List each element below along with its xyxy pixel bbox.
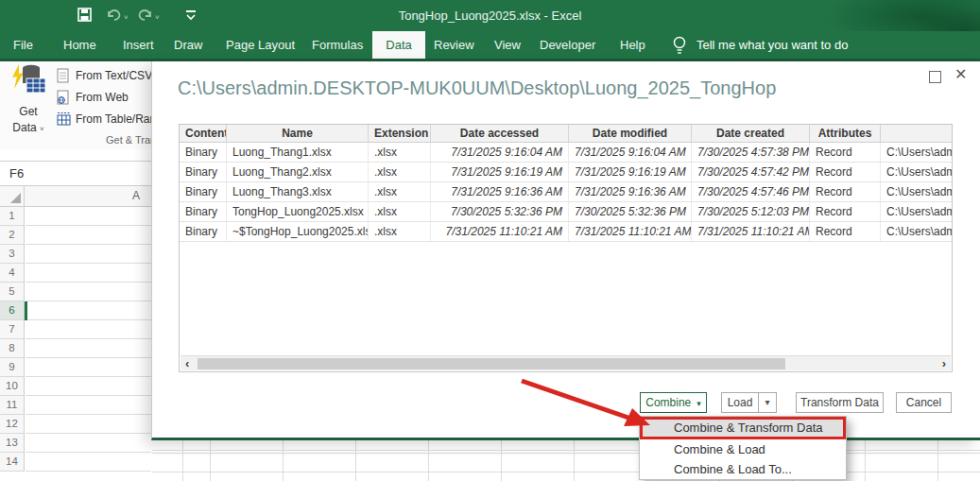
row-header-13[interactable]: 13	[0, 434, 25, 453]
cell: .xlsx	[369, 222, 431, 241]
file-preview-table: Content Name Extension Date accessed Dat…	[179, 124, 953, 372]
column-header[interactable]: Date modified	[569, 125, 692, 142]
row-header-9[interactable]: 9	[0, 358, 25, 377]
row-header-2[interactable]: 2	[0, 226, 25, 245]
row-header-5[interactable]: 5	[0, 283, 25, 301]
column-header[interactable]: Date accessed	[431, 125, 569, 142]
row-header-8[interactable]: 8	[0, 339, 25, 358]
name-box[interactable]: F6	[0, 161, 152, 186]
get-data-icon	[10, 64, 46, 98]
tab-formulas[interactable]: Formulas	[312, 31, 363, 59]
cell: TongHop_Luong2025.xlsx	[227, 202, 369, 221]
tab-insert[interactable]: Insert	[123, 31, 154, 59]
cancel-label: Cancel	[906, 396, 941, 409]
cell: 7/30/2025 4:57:46 PM	[692, 182, 810, 201]
table-row[interactable]: Binary Luong_Thang3.xlsx .xlsx 7/31/2025…	[180, 182, 952, 202]
tab-data-active[interactable]: Data	[372, 31, 425, 59]
row-header-11[interactable]: 11	[0, 396, 25, 415]
row-header-4[interactable]: 4	[0, 264, 25, 283]
tab-file[interactable]: File	[13, 31, 33, 59]
column-header[interactable]: Name	[227, 125, 369, 142]
tab-review[interactable]: Review	[434, 31, 474, 59]
customize-quick-access-toolbar-icon[interactable]	[185, 9, 197, 21]
cell: .xlsx	[369, 202, 431, 221]
from-table-range-button[interactable]: From Table/Rang	[57, 112, 71, 129]
table-row[interactable]: Binary TongHop_Luong2025.xlsx .xlsx 7/30…	[180, 202, 952, 222]
tab-view[interactable]: View	[494, 31, 521, 59]
cell: Luong_Thang1.xlsx	[227, 143, 369, 162]
column-header[interactable]: Attributes	[810, 125, 881, 142]
cell: 7/31/2025 11:10:21 AM	[692, 222, 810, 241]
horizontal-scrollbar[interactable]: ‹ ›	[181, 355, 951, 370]
cell: 7/31/2025 9:16:36 AM	[431, 182, 569, 201]
combine-button-label: Combine	[645, 396, 691, 409]
cell: 7/31/2025 9:16:36 AM	[569, 182, 692, 201]
from-text-csv-button[interactable]: From Text/CSV	[57, 68, 70, 85]
tab-developer[interactable]: Developer	[540, 31, 595, 59]
row-headers: 1 2 3 4 5 6 7 8 9 10 11 12 13 14	[0, 207, 25, 472]
cell: 7/31/2025 11:10:21 AM	[569, 222, 692, 241]
tell-me-search[interactable]: Tell me what you want to do	[696, 31, 848, 59]
menu-item-combine-load[interactable]: Combine & Load	[640, 439, 846, 459]
table-row[interactable]: Binary ~$TongHop_Luong2025.xlsx .xlsx 7/…	[180, 222, 952, 242]
row-header-3[interactable]: 3	[0, 245, 25, 264]
row-header-12[interactable]: 12	[0, 415, 25, 434]
chevron-down-icon: ▾	[696, 399, 701, 408]
combine-button[interactable]: Combine▾	[640, 392, 707, 413]
ribbon-tab-bar: File Home Insert Draw Page Layout Formul…	[0, 31, 980, 61]
tab-help[interactable]: Help	[620, 31, 645, 59]
tab-page-layout[interactable]: Page Layout	[226, 31, 295, 59]
redo-icon[interactable]	[137, 8, 153, 22]
cell: Binary	[180, 163, 227, 181]
cell: Record	[810, 202, 881, 221]
tab-home[interactable]: Home	[63, 31, 96, 59]
sheet-grid[interactable]	[152, 440, 980, 481]
tab-draw[interactable]: Draw	[174, 31, 202, 59]
row-header-7[interactable]: 7	[0, 320, 25, 339]
from-web-button[interactable]: From Web	[57, 90, 70, 107]
row-header-10[interactable]: 10	[0, 377, 25, 396]
cancel-button[interactable]: Cancel	[896, 392, 952, 413]
cell: Binary	[180, 202, 227, 221]
sheet-grid[interactable]	[26, 207, 151, 481]
text-file-icon	[57, 68, 70, 83]
get-data-button[interactable]: Get Data ˅	[5, 64, 52, 146]
row-header-14[interactable]: 14	[0, 453, 25, 472]
close-icon[interactable]: ✕	[954, 65, 967, 84]
menu-item-combine-load-to[interactable]: Combine & Load To...	[640, 459, 846, 479]
scroll-right-icon[interactable]: ›	[942, 356, 946, 370]
load-button[interactable]: Load	[721, 392, 759, 413]
select-all-corner[interactable]	[0, 186, 25, 207]
row-header-1[interactable]: 1	[0, 207, 25, 226]
get-data-label-line2: Data	[12, 121, 36, 134]
load-dropdown-button[interactable]: ▾	[758, 392, 777, 413]
cell: 7/30/2025 4:57:42 PM	[692, 163, 810, 181]
undo-icon[interactable]	[106, 8, 122, 22]
select-all-triangle-icon	[10, 193, 21, 203]
menu-item-combine-transform-data[interactable]: Combine & Transform Data	[640, 417, 846, 439]
maximize-icon[interactable]	[929, 71, 941, 83]
scroll-left-icon[interactable]: ‹	[185, 356, 189, 370]
column-header[interactable]: Content	[180, 125, 227, 142]
excel-window: TongHop_Luong2025.xlsx - Excel ˅ ˅ File …	[0, 0, 980, 481]
title-bar: TongHop_Luong2025.xlsx - Excel ˅ ˅	[0, 0, 980, 31]
cell: 7/31/2025 9:16:19 AM	[431, 163, 569, 181]
from-table-range-label: From Table/Rang	[76, 112, 163, 126]
table-row[interactable]: Binary Luong_Thang2.xlsx .xlsx 7/31/2025…	[180, 163, 952, 182]
row-header-6-selected[interactable]: 6	[0, 301, 25, 320]
transform-data-button[interactable]: Transform Data	[796, 392, 884, 413]
scrollbar-thumb[interactable]	[198, 358, 785, 369]
column-header[interactable]: Extension	[369, 125, 431, 142]
cell: 7/30/2025 5:12:03 PM	[692, 202, 810, 221]
cell: 7/31/2025 9:16:04 AM	[569, 143, 692, 162]
save-icon[interactable]	[77, 8, 92, 22]
redo-dropdown-icon[interactable]: ˅	[155, 13, 160, 22]
cell: C:\Users\admi	[881, 163, 952, 181]
undo-dropdown-icon[interactable]: ˅	[124, 13, 129, 22]
column-header-a[interactable]: A	[25, 186, 151, 207]
table-row[interactable]: Binary Luong_Thang1.xlsx .xlsx 7/31/2025…	[180, 143, 952, 163]
column-header[interactable]	[881, 125, 952, 142]
column-header[interactable]: Date created	[692, 125, 810, 142]
cell: 7/31/2025 9:16:19 AM	[569, 163, 692, 181]
cell: Record	[810, 182, 881, 201]
